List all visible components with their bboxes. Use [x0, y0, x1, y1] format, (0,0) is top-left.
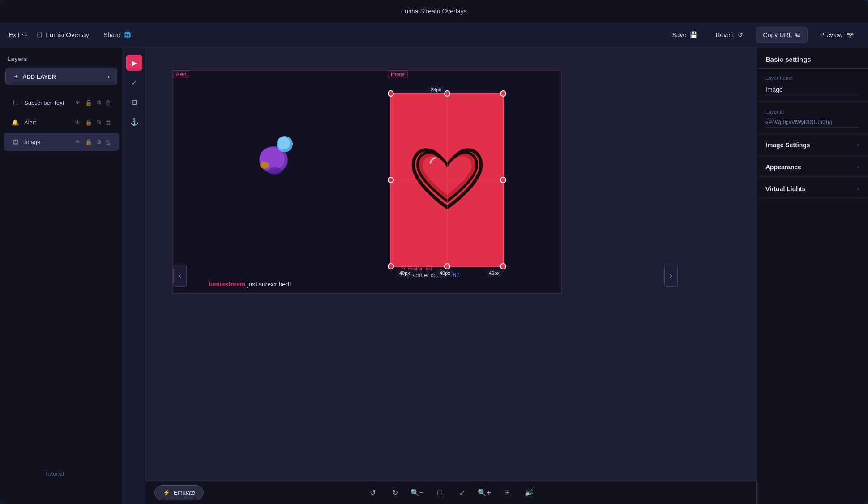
lock-button-subscriber-text[interactable]: 🔒 [84, 98, 93, 107]
lock-button-image[interactable]: 🔒 [84, 138, 93, 146]
dim-bottom-left-label: 40px [397, 269, 413, 277]
copy-url-button[interactable]: Copy URL ⧉ [756, 27, 808, 43]
layer-name-field-value[interactable]: Image [765, 83, 859, 96]
fullscreen-button[interactable]: ⤢ [454, 485, 470, 500]
visibility-button-subscriber-text[interactable]: 👁 [74, 98, 81, 107]
right-panel: Basic settings Layer name Image Layer id… [756, 47, 868, 504]
anchor-tool-button[interactable]: ⚓ [126, 114, 142, 130]
toolbar-right: Save 💾 Revert ↺ Copy URL ⧉ Preview 📷 [434, 27, 859, 43]
select-tool-button[interactable]: ▶ [126, 55, 142, 71]
visibility-button-image[interactable]: 👁 [74, 138, 81, 146]
title-bar: Lumia Stream Overlays [0, 0, 868, 22]
scale-tool-button[interactable]: ⤢ [126, 74, 142, 90]
grid-button[interactable]: ⊞ [499, 485, 514, 500]
share-icon: 🌐 [124, 31, 131, 38]
tool-sidebar: ▶ ⤢ ⊡ ⚓ [123, 47, 145, 504]
redo-button[interactable]: ↻ [387, 485, 402, 500]
revert-label: Revert [715, 31, 734, 38]
layer-controls-image: 👁 🔒 ⧉ 🗑 [74, 137, 112, 146]
dim-bottom-mid-label: 40px [437, 269, 453, 277]
image-layer-icon: 🖼 [11, 137, 20, 146]
layer-item-image[interactable]: 🖼 Image 👁 🔒 ⧉ 🗑 [4, 133, 119, 151]
svg-point-5 [268, 167, 282, 175]
plus-icon: ＋ [13, 73, 19, 81]
zoom-out-icon: 🔍− [410, 488, 423, 497]
nav-arrow-left[interactable]: ‹ [173, 265, 187, 287]
layer-name-alert: Alert [24, 119, 69, 126]
image-settings-chevron: › [857, 142, 859, 148]
audio-button[interactable]: 🔊 [522, 485, 537, 500]
copy-url-label: Copy URL [763, 31, 792, 38]
cursor-icon: ▶ [132, 59, 137, 67]
alert-layer-icon: 🔔 [11, 118, 20, 127]
tutorial-label: Tutorial [45, 470, 64, 477]
copy-button-image[interactable]: ⧉ [96, 137, 102, 146]
overlay-name: ⊡ Lumia Overlay [36, 30, 89, 39]
appearance-label: Appearance [765, 163, 801, 171]
add-layer-button[interactable]: ＋ ADD LAYER › [5, 68, 117, 85]
preview-button[interactable]: Preview 📷 [815, 29, 859, 41]
text-layer-icon: T↓ [11, 98, 20, 107]
add-layer-label: ADD LAYER [22, 73, 56, 80]
virtual-lights-chevron: › [857, 186, 859, 192]
share-label: Share [103, 31, 120, 38]
zoom-out-button[interactable]: 🔍− [410, 485, 425, 500]
subscribe-text: just subscribed! [245, 281, 291, 288]
visibility-button-alert[interactable]: 👁 [74, 118, 81, 127]
zoom-in-button[interactable]: 🔍+ [477, 485, 492, 500]
redo-icon: ↻ [392, 488, 398, 497]
emulate-button[interactable]: ⚡ Emulate [154, 485, 204, 500]
delete-button-image[interactable]: 🗑 [104, 138, 112, 146]
crop-icon: ⊡ [131, 98, 137, 107]
fit-canvas-button[interactable]: ⊡ [432, 485, 447, 500]
image-canvas-label: Image [388, 70, 408, 78]
virtual-lights-row[interactable]: Virtual Lights › [757, 178, 868, 200]
emulate-label: Emulate [174, 489, 195, 496]
svg-point-4 [260, 162, 269, 169]
save-button[interactable]: Save 💾 [667, 29, 703, 41]
layer-controls-subscriber-text: 👁 🔒 ⧉ 🗑 [74, 98, 112, 107]
crop-tool-button[interactable]: ⊡ [126, 94, 142, 110]
save-icon: 💾 [690, 31, 697, 38]
overlay-icon: ⊡ [36, 30, 42, 39]
exit-button[interactable]: Exit ↪ [9, 31, 27, 38]
preview-label: Preview [820, 31, 842, 38]
copy-button-subscriber-text[interactable]: ⧉ [96, 98, 102, 107]
exit-icon: ↪ [22, 31, 27, 38]
audio-icon: 🔊 [525, 488, 534, 497]
undo-button[interactable]: ↺ [365, 485, 380, 500]
anchor-icon: ⚓ [130, 118, 139, 126]
svg-point-3 [278, 137, 290, 149]
layer-name-field-label: Layer name [765, 75, 859, 81]
delete-button-subscriber-text[interactable]: 🗑 [104, 98, 112, 107]
chevron-right-icon: › [108, 73, 110, 80]
image-settings-row[interactable]: Image Settings › [757, 134, 868, 156]
preview-icon: 📷 [846, 31, 854, 38]
appearance-row[interactable]: Appearance › [757, 156, 868, 178]
lock-button-alert[interactable]: 🔒 [84, 118, 93, 127]
canvas-area[interactable]: Alert Image [145, 47, 756, 504]
revert-icon: ↺ [738, 31, 743, 38]
grid-icon: ⊞ [504, 488, 510, 497]
layer-name-image: Image [24, 139, 69, 145]
fit-icon: ⊡ [437, 488, 443, 497]
layers-header: Layers [0, 47, 123, 68]
nav-arrow-right[interactable]: › [664, 265, 678, 287]
subscribe-username: lumiastream [209, 281, 245, 288]
share-button[interactable]: Share 🌐 [98, 29, 137, 41]
layer-controls-alert: 👁 🔒 ⧉ 🗑 [74, 118, 112, 127]
layers-panel: Layers ＋ ADD LAYER › T↓ Subscriber Text … [0, 47, 123, 504]
appearance-chevron: › [857, 164, 859, 170]
alert-label: Alert [173, 70, 189, 78]
layer-name-subscriber-text: Subscriber Text [24, 99, 69, 106]
layer-item-alert[interactable]: 🔔 Alert 👁 🔒 ⧉ 🗑 [4, 113, 119, 131]
heart-image-box [390, 93, 504, 267]
copy-button-alert[interactable]: ⧉ [96, 118, 102, 127]
layer-item-subscriber-text[interactable]: T↓ Subscriber Text 👁 🔒 ⧉ 🗑 [4, 94, 119, 111]
bottom-toolbar: ⚡ Emulate ↺ ↻ 🔍− ⊡ ⤢ 🔍+ ⊞ [145, 481, 756, 504]
zoom-in-icon: 🔍+ [478, 488, 491, 497]
revert-button[interactable]: Revert ↺ [710, 29, 748, 41]
delete-button-alert[interactable]: 🗑 [104, 118, 112, 127]
emulate-icon: ⚡ [163, 489, 170, 496]
heart-svg [405, 142, 490, 218]
